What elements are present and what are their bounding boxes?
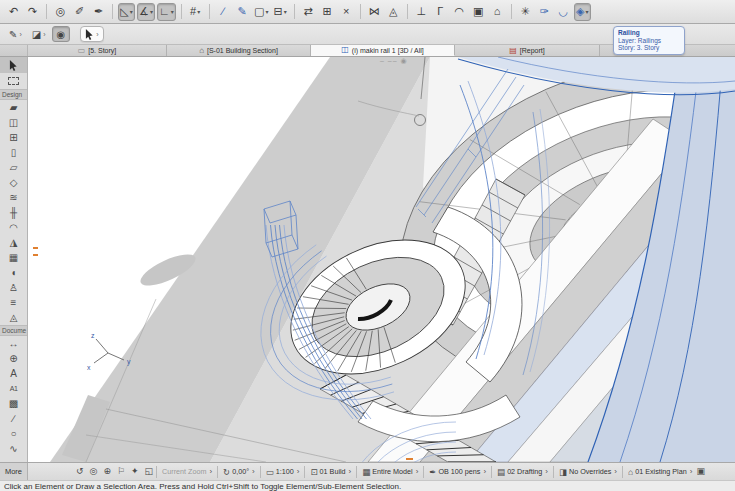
fit-in-window-icon[interactable]: ◱ — [145, 467, 154, 476]
mesh-tool[interactable]: ◮ — [0, 235, 27, 250]
toolbox-more-button[interactable]: More — [0, 463, 28, 480]
snap-points-button[interactable]: ∡▾ — [137, 3, 155, 21]
morph-smooth-button[interactable]: ◡ — [555, 3, 572, 21]
move-transform-button[interactable]: ⇄ — [300, 3, 317, 21]
shell-tool[interactable]: ◠ — [0, 220, 27, 235]
spline-tool[interactable]: ∿ — [0, 441, 27, 456]
marquee-icon — [8, 77, 19, 85]
level-dimension-tool[interactable]: ⊕ — [0, 351, 27, 366]
zoom-box-icon[interactable]: ◎ — [90, 467, 98, 476]
split-button[interactable]: ⋈ — [366, 3, 383, 21]
pick-up-parameters-button[interactable]: ✐ — [71, 3, 88, 21]
tab-report[interactable]: ▤[Report] — [455, 45, 600, 56]
circle-tool[interactable]: ○ — [0, 426, 27, 441]
morph-smooth-icon: ◡ — [558, 6, 568, 17]
object-tool[interactable]: ♙ — [0, 280, 27, 295]
markup-tools-button[interactable]: ✎› — [5, 26, 26, 42]
structure-display-control[interactable]: ⊡01 Build› — [308, 467, 353, 477]
morph-tool[interactable]: ◬ — [0, 310, 27, 325]
tab-5-story[interactable]: ▭[5. Story] — [28, 45, 167, 56]
skylight-tool[interactable]: ◖ — [0, 265, 27, 280]
rotation-control[interactable]: ↻0,00°› — [221, 467, 257, 477]
tab-label: (i) makin rail 1 [3D / All] — [352, 47, 424, 54]
figure-button[interactable]: ▣ — [470, 3, 487, 21]
grid-snap-button[interactable]: #▾ — [187, 3, 204, 21]
line-tool[interactable]: ∕ — [0, 411, 27, 426]
snap-guides-button[interactable]: ◺▾ — [118, 3, 135, 21]
palette-marker-icon — [33, 247, 38, 249]
text-tool[interactable]: A — [0, 366, 27, 381]
tab-3d-view[interactable]: ◫(i) makin rail 1 [3D / All] — [311, 45, 455, 56]
partial-structure-control[interactable]: ▦Entire Model› — [360, 467, 420, 477]
railing-tool[interactable]: ╫ — [0, 205, 27, 220]
layer-combination-control[interactable]: ▤02 Drafting› — [495, 467, 550, 477]
visibility-eye-indicator[interactable]: ‒ ‒‒ ◉ — [380, 57, 408, 65]
snap-construction-button[interactable]: ∟▾ — [157, 3, 176, 21]
marquee-tool[interactable] — [0, 73, 27, 89]
select-same-button[interactable]: ◎ — [52, 3, 69, 21]
polygon-edit-button[interactable]: ⌂ — [489, 3, 506, 21]
tab-building-section[interactable]: ⌂[S-01 Building Section] — [167, 45, 311, 56]
main-toolbar: ↶↷◎✐✒◺▾∡▾∟▾#▾∕✎▢▾⊟▾⇄⊞×⋈◬⊥Γ◠▣⌂✳✑◡◈▾ — [0, 0, 735, 24]
renovation-filter-control[interactable]: ⌂01 Existing Plan› — [626, 467, 694, 477]
snap-construction-icon: ∟ — [159, 6, 170, 17]
marquee-options-icon: ▢ — [254, 6, 264, 17]
find-select-button[interactable]: ⊞ — [319, 3, 336, 21]
popup-caret-icon: › — [614, 467, 617, 476]
corner-tool-button[interactable]: Γ — [432, 3, 449, 21]
marquee-options-button[interactable]: ▢▾ — [253, 3, 270, 21]
fit-to-slab-button[interactable]: ⊥ — [413, 3, 430, 21]
redo-button[interactable]: ↷ — [24, 3, 41, 21]
graphic-overrides-control[interactable]: ◨No Overrides› — [557, 467, 619, 477]
walk-mode-icon[interactable]: ✦ — [131, 467, 139, 476]
favorites-icon: ◪ — [32, 29, 41, 40]
guide-line-button[interactable]: ∕ — [215, 3, 232, 21]
orbit-button[interactable]: ◉ — [52, 26, 71, 42]
column-tool[interactable]: ▯ — [0, 145, 27, 160]
adjust-button[interactable]: ◬ — [385, 3, 402, 21]
3d-viewport[interactable]: z x y ‒ ‒‒ ◉ — [28, 57, 735, 462]
slab-tool[interactable]: ◇ — [0, 175, 27, 190]
fillet-arc-button[interactable]: ◠ — [451, 3, 468, 21]
wall-tool[interactable]: ▰ — [0, 100, 27, 115]
zoom-back-icon[interactable]: ↺ — [76, 467, 84, 476]
label-tool[interactable]: A1 — [0, 381, 27, 396]
scale-control[interactable]: ▭1:100› — [264, 467, 302, 477]
arrow-tool-button[interactable]: › — [80, 26, 103, 42]
paint-style-icon: ✑ — [540, 6, 549, 17]
stair-tool[interactable]: ≡ — [0, 295, 27, 310]
polygon-edit-icon: ⌂ — [494, 6, 501, 17]
dimension-tool[interactable]: ↔ — [0, 336, 27, 351]
deselect-all-button[interactable]: × — [338, 3, 355, 21]
3d-style-button[interactable]: ◈▾ — [574, 3, 591, 21]
favorites-button[interactable]: ◪› — [28, 26, 50, 42]
lock-elements-button[interactable]: ⊟▾ — [272, 3, 289, 21]
pen-set-control[interactable]: ✒OB 100 pens› — [427, 467, 488, 477]
beam-tool[interactable]: ▱ — [0, 160, 27, 175]
inject-parameters-button[interactable]: ✒ — [90, 3, 107, 21]
sketch-pen-button[interactable]: ✎ — [234, 3, 251, 21]
3d-model-drawing[interactable]: z x y — [28, 57, 735, 462]
door-tool[interactable]: ◫ — [0, 115, 27, 130]
undo-button[interactable]: ↶ — [5, 3, 22, 21]
circle-tool-icon: ○ — [10, 428, 16, 439]
tab-overview-icon[interactable]: ▣ — [696, 467, 705, 476]
arrow-tool[interactable] — [0, 57, 27, 73]
toolbar-separator — [360, 4, 361, 19]
archicad-window: ↶↷◎✐✒◺▾∡▾∟▾#▾∕✎▢▾⊟▾⇄⊞×⋈◬⊥Γ◠▣⌂✳✑◡◈▾ ✎›◪›◉… — [0, 0, 735, 491]
fill-tool[interactable]: ▩ — [0, 396, 27, 411]
curtain-wall-tool[interactable]: ▦ — [0, 250, 27, 265]
pick-up-parameters-icon: ✐ — [75, 6, 84, 17]
window-tool[interactable]: ⊞ — [0, 130, 27, 145]
bottombar-divider — [156, 466, 157, 478]
explode-button[interactable]: ✳ — [517, 3, 534, 21]
level-dimension-tool-icon: ⊕ — [9, 353, 17, 364]
roof-tool[interactable]: ≋ — [0, 190, 27, 205]
paint-style-button[interactable]: ✑ — [536, 3, 553, 21]
snap-guides-icon: ◺ — [120, 6, 128, 17]
pan-icon[interactable]: ⚐ — [117, 467, 125, 476]
spline-tool-icon: ∿ — [9, 443, 17, 454]
report-icon: ▤ — [509, 47, 517, 55]
current-zoom-control[interactable]: Current Zoom› — [160, 467, 214, 476]
zoom-in-icon[interactable]: ⊕ — [103, 467, 111, 476]
